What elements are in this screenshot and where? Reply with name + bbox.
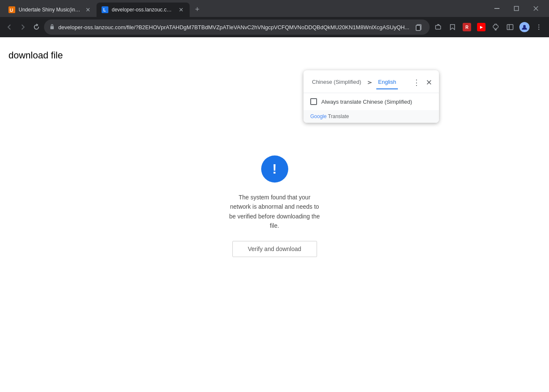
page-main: ! The system found that your network is … (228, 155, 321, 257)
svg-point-17 (538, 25, 539, 25)
google-translate-label: Google Translate (310, 113, 349, 119)
warning-message: The system found that your network is ab… (228, 193, 321, 231)
svg-point-18 (538, 27, 539, 28)
svg-rect-14 (507, 25, 513, 30)
translate-body: Always translate Chinese (Simplified) (303, 93, 439, 110)
bookmark-button[interactable] (446, 20, 459, 34)
always-translate-checkbox[interactable] (310, 98, 317, 105)
page-title: download file (8, 50, 63, 61)
chrome-window: U Undertale Shiny Music(include s ✕ L de… (0, 0, 549, 392)
tab-title-lanzouc: developer-oss.lanzouc.com/file/ (112, 7, 174, 13)
svg-text:L: L (103, 8, 106, 12)
translate-header: Chinese (Simplified) English ⋮ ✕ (303, 70, 439, 89)
restore-button[interactable] (507, 2, 526, 15)
translate-arrow-icon (366, 79, 373, 86)
svg-rect-8 (50, 26, 54, 29)
tab-close-lanzouc[interactable]: ✕ (178, 6, 185, 13)
rakuten-extension-button[interactable]: R (460, 20, 474, 34)
translate-source-lang[interactable]: Chinese (Simplified) (310, 75, 363, 89)
translate-word: Translate (328, 113, 349, 119)
youtube-extension-button[interactable]: ▶ (475, 20, 488, 34)
sidebar-button[interactable] (503, 20, 517, 34)
lock-icon (49, 24, 55, 31)
tab-favicon-undertale: U (8, 6, 15, 13)
tab-lanzouc[interactable]: L developer-oss.lanzouc.com/file/ ✕ (97, 3, 190, 17)
window-controls (487, 2, 546, 15)
address-bar[interactable]: developer-oss.lanzouc.com/file/?B2EHOVpr… (44, 19, 430, 35)
copy-to-clipboard-button[interactable] (413, 21, 425, 33)
share-button[interactable] (431, 20, 445, 34)
verify-and-download-button[interactable]: Verify and download (232, 241, 317, 257)
translate-footer: Google Translate (303, 110, 439, 123)
rakuten-icon: R (463, 23, 471, 31)
translate-close-button[interactable]: ✕ (426, 78, 432, 87)
warning-icon: ! (261, 155, 288, 182)
toolbar-right: R ▶ (431, 20, 546, 34)
tab-bar: U Undertale Shiny Music(include s ✕ L de… (0, 0, 549, 17)
close-button[interactable] (526, 2, 546, 15)
tab-favicon-lanzouc: L (102, 6, 108, 13)
google-word: Google (310, 113, 327, 119)
forward-button[interactable] (17, 20, 29, 34)
tab-undertale[interactable]: U Undertale Shiny Music(include s ✕ (3, 3, 97, 17)
address-text: developer-oss.lanzouc.com/file/?B2EHOVpr… (58, 24, 409, 30)
page-content: download file ! The system found that yo… (0, 37, 549, 392)
minimize-button[interactable] (487, 2, 507, 15)
svg-text:U: U (10, 8, 13, 13)
back-button[interactable] (3, 20, 15, 34)
translate-more-button[interactable]: ⋮ (413, 78, 421, 87)
tab-title-undertale: Undertale Shiny Music(include s (19, 7, 81, 13)
extensions-button[interactable] (489, 20, 502, 34)
svg-point-19 (538, 29, 539, 30)
tab-close-undertale[interactable]: ✕ (85, 6, 91, 13)
translate-checkbox-row: Always translate Chinese (Simplified) (310, 98, 432, 105)
toolbar: developer-oss.lanzouc.com/file/?B2EHOVpr… (0, 17, 549, 37)
translate-popup: Chinese (Simplified) English ⋮ ✕ Always … (303, 70, 439, 123)
svg-rect-4 (494, 8, 499, 9)
chrome-menu-button[interactable] (532, 20, 546, 34)
profile-avatar (519, 22, 530, 32)
svg-rect-5 (514, 6, 519, 11)
youtube-icon: ▶ (477, 23, 486, 31)
profile-button[interactable] (518, 20, 531, 34)
translate-target-lang[interactable]: English (376, 75, 398, 89)
always-translate-label: Always translate Chinese (Simplified) (321, 99, 412, 105)
reload-button[interactable] (30, 20, 42, 34)
new-tab-button[interactable]: + (191, 3, 203, 15)
svg-rect-10 (416, 25, 420, 30)
